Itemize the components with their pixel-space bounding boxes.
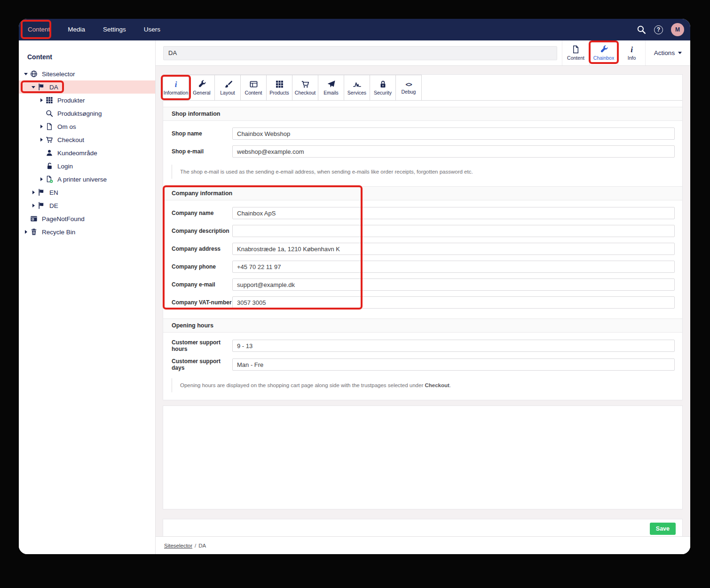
tree-item-label: Produktsøgning: [57, 110, 102, 117]
shop-name-input[interactable]: [232, 127, 675, 140]
opening-hours-note: Opening hours are displayed on the shopp…: [172, 378, 675, 392]
tab-emails[interactable]: Emails: [318, 75, 344, 100]
note-text: Opening hours are displayed on the shopp…: [180, 382, 425, 388]
nav-item-users[interactable]: Users: [135, 19, 169, 40]
tree-item-login[interactable]: Login: [19, 159, 155, 173]
tab-label: General: [193, 90, 210, 95]
tab-label: Products: [269, 90, 289, 95]
tree-item-de[interactable]: DE: [19, 199, 155, 212]
note-bold-checkout: Checkout: [425, 382, 449, 388]
breadcrumb-current: DA: [198, 543, 206, 548]
chevron-right-icon[interactable]: [38, 138, 45, 142]
tree-item-produktsogning[interactable]: Produktsøgning: [19, 107, 155, 120]
app-button-chainbox[interactable]: Chainbox: [590, 40, 618, 65]
chevron-down-icon[interactable]: [30, 86, 37, 88]
tab-products[interactable]: Products: [266, 75, 292, 100]
tab-services[interactable]: Services: [344, 75, 370, 100]
lock-icon: [379, 80, 387, 88]
tree-item-a-printer-universe[interactable]: A printer universe: [19, 173, 155, 186]
actions-dropdown[interactable]: Actions: [646, 40, 690, 65]
tree-item-om-os[interactable]: Om os: [19, 120, 155, 133]
field-label: Shop e-mail: [163, 148, 232, 155]
app-button-info[interactable]: i Info: [618, 40, 646, 65]
company-address-input[interactable]: [232, 243, 675, 255]
company-name-input[interactable]: [232, 207, 675, 219]
support-days-input[interactable]: [232, 358, 675, 371]
grid-icon: [45, 96, 54, 104]
tab-layout[interactable]: Layout: [214, 75, 241, 100]
tree-item-label: Produkter: [57, 97, 85, 104]
app-button-label: Info: [628, 55, 636, 61]
sidebar: Content Siteselector DA Produkter: [19, 40, 155, 554]
tree-item-siteselector[interactable]: Siteselector: [19, 67, 155, 80]
tab-label: Checkout: [295, 90, 316, 95]
sidebar-section-title: Content: [19, 40, 155, 61]
tree-item-label: Login: [57, 163, 73, 170]
search-icon[interactable]: [637, 25, 646, 34]
nav-item-media[interactable]: Media: [59, 19, 94, 40]
shop-email-input[interactable]: [232, 145, 675, 158]
chevron-right-icon[interactable]: [30, 191, 37, 194]
app-button-content[interactable]: Content: [562, 40, 590, 65]
chevron-right-icon[interactable]: [22, 230, 30, 234]
tree-item-kundeomrade[interactable]: Kundeområde: [19, 146, 155, 159]
tab-debug[interactable]: <> Debug: [395, 75, 422, 100]
tree-item-label: DA: [49, 84, 58, 91]
tab-content[interactable]: Content: [240, 75, 267, 100]
chevron-right-icon[interactable]: [38, 125, 45, 128]
field-company-email: Company e-mail: [163, 278, 682, 291]
field-shop-name: Shop name: [163, 127, 682, 140]
grid-icon: [275, 80, 284, 88]
field-company-address: Company address: [163, 243, 682, 255]
field-company-phone: Company phone: [163, 261, 682, 273]
note-text: .: [450, 382, 451, 388]
chevron-right-icon[interactable]: [38, 98, 45, 102]
tab-checkout[interactable]: Checkout: [292, 75, 318, 100]
wrench-icon: [197, 80, 206, 88]
app-button-label: Chainbox: [593, 55, 614, 61]
company-phone-input[interactable]: [232, 261, 675, 273]
field-support-days: Customer support days: [163, 358, 682, 371]
tree-item-en[interactable]: EN: [19, 186, 155, 199]
top-navbar: Content Media Settings Users ? M: [19, 19, 690, 40]
tree-item-pagenotfound[interactable]: PageNotFound: [19, 212, 155, 225]
actions-label: Actions: [654, 49, 675, 56]
section-opening-hours: Opening hours Customer support hours Cus…: [163, 318, 682, 392]
help-icon[interactable]: ?: [654, 25, 663, 34]
company-email-input[interactable]: [232, 278, 675, 291]
node-title-input[interactable]: [163, 46, 557, 60]
company-vat-input[interactable]: [232, 296, 675, 309]
empty-panel: [163, 405, 683, 509]
avatar[interactable]: M: [671, 23, 684, 36]
tab-label: Content: [245, 90, 262, 95]
field-label: Company VAT-number: [163, 299, 232, 306]
tree-item-label: Checkout: [57, 136, 84, 143]
pulse-icon: [353, 80, 362, 88]
chevron-right-icon[interactable]: [38, 177, 45, 181]
tree-item-checkout[interactable]: Checkout: [19, 133, 155, 146]
nav-item-content[interactable]: Content: [19, 19, 59, 40]
tree-item-da[interactable]: DA: [19, 80, 155, 94]
tree-item-recycle-bin[interactable]: Recycle Bin: [19, 225, 155, 238]
tab-general[interactable]: General: [189, 75, 215, 100]
chevron-right-icon[interactable]: [30, 204, 37, 207]
breadcrumb-link-siteselector[interactable]: Siteselector: [164, 543, 192, 548]
form-panel: i Information General Layout: [163, 74, 683, 400]
editor-header: Content Chainbox i Info Actions: [156, 40, 690, 66]
document-icon: [571, 45, 580, 54]
tab-security[interactable]: Security: [370, 75, 396, 100]
nav-right-tools: ? M: [637, 23, 690, 36]
company-description-input[interactable]: [232, 225, 675, 237]
tree-item-produkter[interactable]: Produkter: [19, 94, 155, 107]
nav-item-settings[interactable]: Settings: [94, 19, 135, 40]
field-shop-email: Shop e-mail: [163, 145, 682, 158]
support-hours-input[interactable]: [232, 340, 675, 352]
content-tree: Siteselector DA Produkter Produktsøg: [19, 67, 155, 238]
chevron-down-icon[interactable]: [22, 73, 30, 75]
main-area: Content Chainbox i Info Actions: [155, 40, 690, 554]
field-label: Customer support hours: [163, 339, 232, 352]
flag-icon: [37, 202, 46, 209]
save-button[interactable]: Save: [650, 523, 676, 535]
tab-information[interactable]: i Information: [163, 75, 189, 100]
globe-icon: [30, 70, 38, 78]
